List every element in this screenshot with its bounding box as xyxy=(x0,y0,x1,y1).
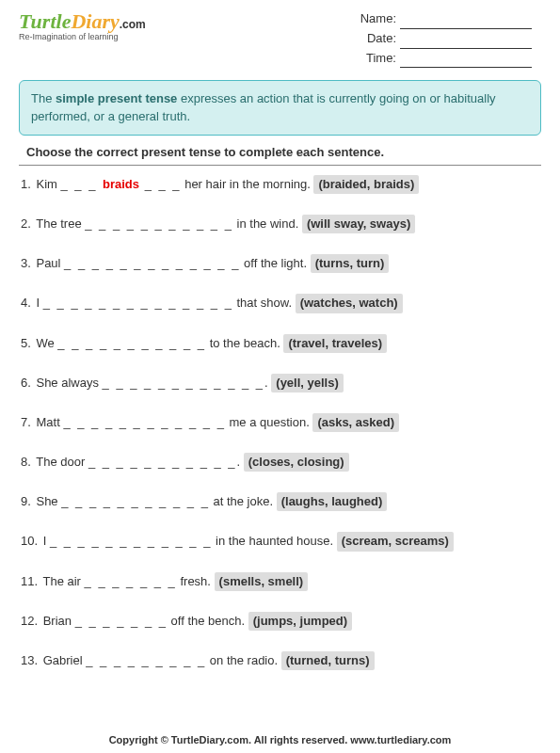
q-post: off the light. xyxy=(240,256,310,270)
q-options: (smells, smell) xyxy=(215,572,309,591)
q-options: (asks, asked) xyxy=(312,413,399,432)
question-row: 6. She always _ _ _ _ _ _ _ _ _ _ _ _. (… xyxy=(21,374,541,393)
q-options: (will sway, sways) xyxy=(302,215,415,233)
q-number: 13. xyxy=(21,653,38,667)
q-number: 2. xyxy=(21,216,31,231)
q-blank[interactable]: _ _ _ _ _ _ _ _ _ _ _ _ _ _ xyxy=(43,296,233,310)
q-options: (braided, braids) xyxy=(313,175,419,194)
q-blank[interactable]: _ _ _ _ _ _ _ _ _ _ _ _ xyxy=(50,534,213,548)
q-number: 1. xyxy=(21,177,31,191)
q-pre: I xyxy=(36,296,42,310)
header: TurtleDiary.com Re-Imagination of learni… xyxy=(0,0,560,72)
question-row: 8. The door _ _ _ _ _ _ _ _ _ _ _. (clos… xyxy=(21,453,541,472)
q-post: . xyxy=(264,376,271,390)
q-options: (laughs, laughed) xyxy=(277,492,388,511)
logo-word1: Turtle xyxy=(19,9,71,33)
q-pre: Brian xyxy=(43,614,75,628)
question-row: 7. Matt _ _ _ _ _ _ _ _ _ _ _ _ me a que… xyxy=(21,413,541,432)
q-pre: She always xyxy=(36,376,102,390)
q-blank[interactable]: _ _ _ _ _ _ _ _ _ _ _ xyxy=(85,216,233,231)
q-pre: I xyxy=(43,534,50,548)
instruction: Choose the correct present tense to comp… xyxy=(26,145,541,159)
q-pre: The air xyxy=(42,574,84,588)
time-field[interactable] xyxy=(400,67,532,68)
q-number: 6. xyxy=(21,376,31,390)
q-pre: The door xyxy=(36,455,88,469)
q-blank[interactable]: _ _ _ _ _ _ _ _ _ _ _ _ xyxy=(63,415,226,429)
q-post: fresh. xyxy=(177,574,215,588)
q-options: (travel, traveles) xyxy=(283,334,387,353)
q-number: 8. xyxy=(21,455,31,469)
q-post: at the joke. xyxy=(210,494,277,508)
q-post: off the bench. xyxy=(168,614,248,628)
q-options: (closes, closing) xyxy=(244,453,349,472)
q-post: to the beach. xyxy=(206,336,283,350)
q-number: 5. xyxy=(21,336,31,350)
q-answer: braids xyxy=(103,177,139,191)
question-row: 9. She _ _ _ _ _ _ _ _ _ _ _ at the joke… xyxy=(21,492,541,511)
question-row: 12. Brian _ _ _ _ _ _ _ off the bench. (… xyxy=(21,612,541,631)
question-row: 3. Paul _ _ _ _ _ _ _ _ _ _ _ _ _ off th… xyxy=(21,254,541,273)
q-pre: She xyxy=(36,494,61,508)
footer: Copyright © TurtleDiary.com. All rights … xyxy=(0,734,560,745)
label-date: Date: xyxy=(367,31,396,45)
q-post: on the radio. xyxy=(206,653,281,667)
q-pre: We xyxy=(36,336,57,350)
question-row: 4. I _ _ _ _ _ _ _ _ _ _ _ _ _ _ that sh… xyxy=(21,294,541,312)
label-time: Time: xyxy=(366,51,396,65)
q-blank[interactable]: _ _ _ _ _ _ _ _ _ _ _ _ xyxy=(103,376,265,390)
q-number: 9. xyxy=(21,494,31,508)
q-blank[interactable]: _ _ _ xyxy=(60,177,103,191)
q-options: (scream, screams) xyxy=(337,532,454,551)
q-blank[interactable]: _ _ _ _ _ _ _ _ _ _ _ xyxy=(88,455,237,469)
question-row: 1. Kim _ _ _ braids _ _ _ her hair in th… xyxy=(21,175,541,194)
question-list: 1. Kim _ _ _ braids _ _ _ her hair in th… xyxy=(0,175,560,670)
desc-bold: simple present tense xyxy=(56,91,177,105)
q-post: . xyxy=(237,455,244,469)
q-number: 4. xyxy=(21,296,31,310)
divider xyxy=(19,165,541,166)
q-blank[interactable]: _ _ _ _ _ _ _ xyxy=(75,614,168,628)
logo-word2: Diary xyxy=(71,9,119,33)
logo: TurtleDiary.com Re-Imagination of learni… xyxy=(19,9,146,68)
q-post: in the wind. xyxy=(233,216,302,231)
q-options: (turned, turns) xyxy=(281,651,375,670)
q-pre: Paul xyxy=(36,256,64,270)
q-blank[interactable]: _ _ _ _ _ _ _ xyxy=(85,574,177,588)
q-post: her hair in the morning. xyxy=(182,177,314,191)
q-blank[interactable]: _ _ _ _ _ _ _ _ _ _ _ xyxy=(61,494,210,508)
q-number: 12. xyxy=(21,614,38,628)
q-blank2[interactable]: _ _ _ xyxy=(139,177,182,191)
q-pre: Kim xyxy=(36,177,60,191)
q-blank[interactable]: _ _ _ _ _ _ _ _ _ xyxy=(86,653,206,667)
q-pre: Gabriel xyxy=(43,653,87,667)
q-number: 7. xyxy=(21,415,31,429)
description-box: The simple present tense expresses an ac… xyxy=(19,80,541,135)
label-name: Name: xyxy=(360,11,396,25)
q-number: 10. xyxy=(21,534,38,548)
q-options: (turns, turn) xyxy=(311,254,390,273)
q-post: in the haunted house. xyxy=(212,534,336,548)
q-blank[interactable]: _ _ _ _ _ _ _ _ _ _ _ _ _ xyxy=(64,256,240,270)
question-row: 2. The tree _ _ _ _ _ _ _ _ _ _ _ in the… xyxy=(21,215,541,233)
q-blank[interactable]: _ _ _ _ _ _ _ _ _ _ _ xyxy=(57,336,206,350)
q-pre: The tree xyxy=(36,216,85,231)
logo-suffix: .com xyxy=(120,18,146,31)
question-row: 10. I _ _ _ _ _ _ _ _ _ _ _ _ in the hau… xyxy=(21,532,541,551)
q-options: (jumps, jumped) xyxy=(248,612,352,631)
q-options: (yell, yells) xyxy=(271,374,343,393)
q-number: 11. xyxy=(21,574,38,588)
student-info: Name: Date: Time: xyxy=(360,9,532,68)
q-pre: Matt xyxy=(36,415,63,429)
question-row: 13. Gabriel _ _ _ _ _ _ _ _ _ on the rad… xyxy=(21,651,541,670)
q-options: (watches, watch) xyxy=(296,294,403,312)
question-row: 11. The air _ _ _ _ _ _ _ fresh. (smells… xyxy=(21,572,541,591)
q-post: that show. xyxy=(233,296,296,310)
q-number: 3. xyxy=(21,256,31,270)
q-post: me a question. xyxy=(226,415,313,429)
question-row: 5. We _ _ _ _ _ _ _ _ _ _ _ to the beach… xyxy=(21,334,541,353)
